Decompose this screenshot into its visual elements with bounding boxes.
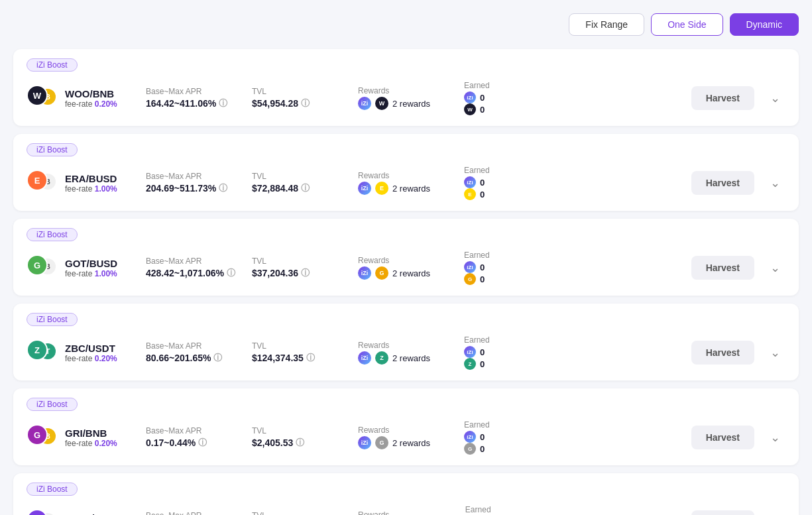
earned-col: Earned iZi 0 R 0: [465, 505, 551, 515]
pool-name: GOT/BUSD: [65, 258, 117, 269]
expand-button[interactable]: ⌄: [765, 428, 785, 447]
earned-label: Earned: [464, 251, 550, 260]
top-bar: Fix Range One Side Dynamic: [13, 13, 799, 36]
reward-row-1: iZi E 2 rewards: [358, 182, 464, 195]
tvl-col: TVL $72,884.48 ⓘ: [252, 172, 358, 194]
tvl-label: TVL: [252, 257, 358, 266]
apr-info-icon[interactable]: ⓘ: [227, 267, 235, 279]
tvl-col: TVL $2,405.53 ⓘ: [252, 426, 358, 449]
rewards-label: Rewards: [358, 426, 464, 435]
rewards-label: Rewards: [358, 256, 464, 265]
tvl-info-icon[interactable]: ⓘ: [296, 437, 304, 449]
earned-row-1: iZi 0: [464, 91, 550, 103]
reward-row-1: iZi Z 2 rewards: [358, 351, 464, 365]
tvl-value: $2,405.53 ⓘ: [252, 437, 358, 449]
tvl-value: $37,204.36 ⓘ: [252, 267, 358, 279]
apr-info-icon[interactable]: ⓘ: [219, 97, 227, 109]
earned-value-1: 0: [480, 178, 485, 188]
pool-row: E B ERA/BUSD fee-rate 1.00% Base~Max APR…: [27, 159, 785, 211]
earned-row-1: iZi 0: [464, 346, 550, 358]
pool-icon-col: W B WOO/BNB fee-rate 0.20%: [27, 85, 146, 111]
fee-rate: fee-rate 0.20%: [65, 354, 117, 363]
reward-count: 2 rewards: [392, 268, 430, 278]
fee-rate: fee-rate 1.00%: [65, 184, 117, 194]
pool-row: F B FEVR/BUSD fee-rate 0.20% Base~Max AP…: [27, 498, 785, 515]
reward-count: 2 rewards: [392, 353, 430, 363]
pool-card: iZi Boost W B WOO/BNB fee-rate 0.20% Bas…: [13, 49, 799, 126]
earned-label: Earned: [464, 335, 550, 345]
token-icons: E B: [27, 170, 61, 196]
pool-badge: iZi Boost: [27, 228, 78, 241]
apr-value: 204.69~511.73% ⓘ: [146, 182, 252, 194]
apr-label: Base~Max APR: [146, 341, 252, 351]
fee-rate-value: 1.00%: [95, 269, 117, 278]
apr-info-icon[interactable]: ⓘ: [213, 352, 222, 364]
reward-row-1: iZi G 2 rewards: [358, 436, 464, 449]
tvl-info-icon[interactable]: ⓘ: [301, 182, 310, 194]
fee-rate-value: 0.20%: [95, 99, 117, 109]
earned-col: Earned iZi 0 G 0: [464, 420, 550, 455]
tvl-label: TVL: [252, 426, 358, 435]
tvl-label: TVL: [252, 341, 358, 351]
apr-col: Base~Max APR 204.69~511.73% ⓘ: [146, 172, 252, 194]
token-icon-1: W: [27, 85, 48, 106]
pool-name-col: GOT/BUSD fee-rate 1.00%: [65, 258, 117, 278]
expand-button[interactable]: ⌄: [765, 512, 785, 515]
fix-range-button[interactable]: Fix Range: [569, 13, 644, 36]
apr-label: Base~Max APR: [146, 87, 252, 96]
pool-card: iZi Boost E B ERA/BUSD fee-rate 1.00% Ba…: [13, 134, 799, 211]
harvest-button[interactable]: Harvest: [691, 86, 754, 110]
pool-row: G B GRI/BNB fee-rate 0.20% Base~Max APR …: [27, 414, 785, 465]
tvl-value: $54,954.28 ⓘ: [252, 97, 358, 109]
earned-row-2: G 0: [464, 443, 550, 455]
tvl-value: $72,884.48 ⓘ: [252, 182, 358, 194]
tvl-info-icon[interactable]: ⓘ: [301, 267, 310, 279]
expand-button[interactable]: ⌄: [765, 258, 785, 278]
apr-info-icon[interactable]: ⓘ: [219, 182, 227, 194]
one-side-button[interactable]: One Side: [651, 13, 723, 36]
expand-button[interactable]: ⌄: [765, 173, 785, 193]
pool-row: Z T ZBC/USDT fee-rate 0.20% Base~Max APR…: [27, 329, 785, 380]
earned-row-1: iZi 0: [464, 261, 550, 273]
fee-rate: fee-rate 1.00%: [65, 269, 117, 278]
earned-label: Earned: [464, 81, 550, 90]
pool-name-col: ERA/BUSD fee-rate 1.00%: [65, 173, 117, 194]
rewards-label: Rewards: [358, 171, 464, 180]
rewards-col: Rewards iZi Z 2 rewards: [358, 341, 464, 365]
pool-name: GRI/BNB: [65, 428, 117, 439]
earned-value-1: 0: [480, 432, 485, 442]
apr-col: Base~Max APR 0.17~0.44% ⓘ: [146, 426, 252, 449]
rewards-label: Rewards: [358, 510, 465, 515]
earned-label: Earned: [464, 166, 550, 175]
earned-row-1: iZi 0: [464, 176, 550, 188]
apr-col: Base~Max APR 164.42~411.06% ⓘ: [146, 87, 252, 109]
rewards-col: Rewards iZi R 255,814 FEVR/day: [358, 510, 465, 515]
token-icon-1: E: [27, 170, 48, 191]
pool-card: iZi Boost F B FEVR/BUSD fee-rate 0.20% B…: [13, 473, 799, 515]
earned-row-2: W 0: [464, 103, 550, 115]
apr-col: Base~Max APR 428.42~1,071.06% ⓘ: [146, 257, 252, 279]
expand-button[interactable]: ⌄: [765, 343, 785, 363]
harvest-button[interactable]: Harvest: [691, 341, 754, 365]
tvl-label: TVL: [252, 172, 358, 181]
reward-count: 2 rewards: [392, 438, 430, 448]
token-icons: G B: [27, 424, 61, 451]
tvl-info-icon[interactable]: ⓘ: [306, 352, 315, 364]
harvest-button[interactable]: Harvest: [691, 510, 754, 515]
expand-button[interactable]: ⌄: [765, 88, 785, 108]
earned-value-2: 0: [480, 190, 485, 200]
harvest-button[interactable]: Harvest: [691, 171, 754, 195]
earned-row-2: G 0: [464, 273, 550, 285]
token-icons: Z T: [27, 339, 61, 366]
tvl-value: $124,374.35 ⓘ: [252, 352, 358, 364]
harvest-button[interactable]: Harvest: [691, 256, 754, 280]
apr-value: 0.17~0.44% ⓘ: [146, 437, 252, 449]
rewards-col: Rewards iZi E 2 rewards: [358, 171, 464, 195]
token-icon-1: F: [27, 509, 48, 515]
dynamic-button[interactable]: Dynamic: [730, 13, 799, 36]
apr-info-icon[interactable]: ⓘ: [198, 437, 207, 449]
tvl-info-icon[interactable]: ⓘ: [301, 97, 310, 109]
earned-col: Earned iZi 0 E 0: [464, 166, 550, 200]
earned-value-1: 0: [480, 347, 485, 357]
harvest-button[interactable]: Harvest: [691, 426, 754, 449]
